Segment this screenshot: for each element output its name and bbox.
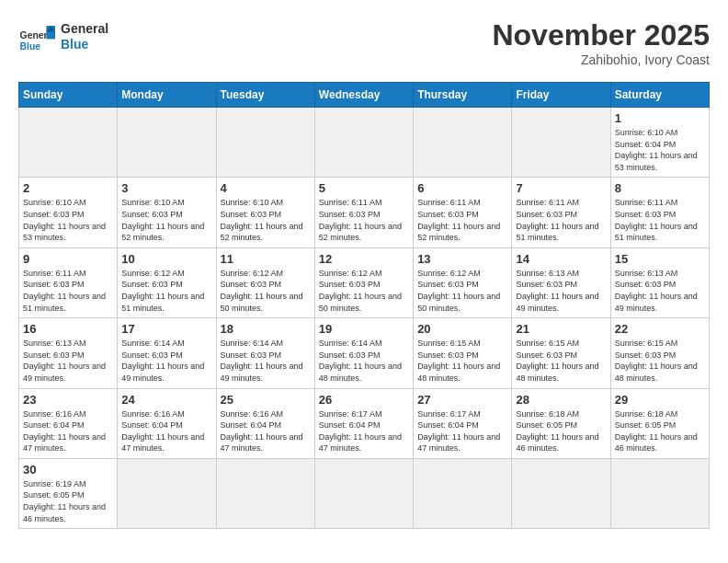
calendar-week-5: 23Sunrise: 6:16 AM Sunset: 6:04 PM Dayli… — [19, 388, 710, 458]
day-info: Sunrise: 6:10 AM Sunset: 6:03 PM Dayligh… — [221, 197, 311, 243]
day-info: Sunrise: 6:13 AM Sunset: 6:03 PM Dayligh… — [615, 268, 705, 314]
calendar-cell: 16Sunrise: 6:13 AM Sunset: 6:03 PM Dayli… — [19, 318, 118, 388]
day-number: 25 — [221, 393, 311, 407]
day-info: Sunrise: 6:13 AM Sunset: 6:03 PM Dayligh… — [516, 268, 606, 314]
calendar-cell: 1Sunrise: 6:10 AM Sunset: 6:04 PM Daylig… — [610, 108, 709, 178]
calendar-cell: 24Sunrise: 6:16 AM Sunset: 6:04 PM Dayli… — [118, 388, 216, 458]
day-number: 4 — [221, 181, 311, 195]
day-number: 20 — [417, 322, 507, 336]
location: Zahibohio, Ivory Coast — [492, 52, 710, 67]
day-number: 29 — [615, 393, 705, 407]
day-number: 13 — [417, 252, 507, 266]
day-header-sunday: Sunday — [19, 83, 118, 108]
calendar-cell — [216, 458, 314, 528]
calendar-cell — [414, 458, 512, 528]
day-number: 10 — [121, 252, 211, 266]
day-info: Sunrise: 6:12 AM Sunset: 6:03 PM Dayligh… — [319, 268, 409, 314]
calendar-cell: 14Sunrise: 6:13 AM Sunset: 6:03 PM Dayli… — [512, 247, 610, 317]
day-number: 14 — [516, 252, 606, 266]
logo-general-text: General — [61, 21, 108, 37]
calendar-cell: 28Sunrise: 6:18 AM Sunset: 6:05 PM Dayli… — [512, 388, 610, 458]
calendar-cell — [19, 108, 118, 178]
day-info: Sunrise: 6:12 AM Sunset: 6:03 PM Dayligh… — [121, 268, 211, 314]
svg-text:Blue: Blue — [20, 41, 41, 52]
day-info: Sunrise: 6:16 AM Sunset: 6:04 PM Dayligh… — [23, 408, 113, 454]
day-header-monday: Monday — [118, 83, 216, 108]
logo-icon: General Blue — [18, 18, 55, 55]
day-number: 6 — [417, 181, 507, 195]
day-number: 26 — [319, 393, 409, 407]
day-info: Sunrise: 6:19 AM Sunset: 6:05 PM Dayligh… — [23, 478, 113, 524]
calendar-week-6: 30Sunrise: 6:19 AM Sunset: 6:05 PM Dayli… — [19, 458, 710, 528]
calendar-cell: 13Sunrise: 6:12 AM Sunset: 6:03 PM Dayli… — [414, 247, 512, 317]
calendar-cell: 2Sunrise: 6:10 AM Sunset: 6:03 PM Daylig… — [19, 178, 118, 247]
day-info: Sunrise: 6:14 AM Sunset: 6:03 PM Dayligh… — [121, 338, 211, 384]
day-number: 1 — [615, 111, 705, 125]
day-number: 3 — [121, 181, 211, 195]
day-info: Sunrise: 6:16 AM Sunset: 6:04 PM Dayligh… — [121, 408, 211, 454]
day-number: 11 — [221, 252, 311, 266]
day-number: 28 — [516, 393, 606, 407]
calendar-cell — [610, 458, 709, 528]
calendar-week-3: 9Sunrise: 6:11 AM Sunset: 6:03 PM Daylig… — [19, 247, 710, 317]
calendar-cell: 30Sunrise: 6:19 AM Sunset: 6:05 PM Dayli… — [19, 458, 118, 528]
day-header-saturday: Saturday — [610, 83, 709, 108]
calendar-cell: 11Sunrise: 6:12 AM Sunset: 6:03 PM Dayli… — [216, 247, 314, 317]
calendar-cell — [118, 108, 216, 178]
day-number: 12 — [319, 252, 409, 266]
day-header-thursday: Thursday — [414, 83, 512, 108]
calendar-cell: 29Sunrise: 6:18 AM Sunset: 6:05 PM Dayli… — [610, 388, 709, 458]
calendar-week-4: 16Sunrise: 6:13 AM Sunset: 6:03 PM Dayli… — [19, 318, 710, 388]
calendar-cell: 23Sunrise: 6:16 AM Sunset: 6:04 PM Dayli… — [19, 388, 118, 458]
calendar-cell — [118, 458, 216, 528]
day-info: Sunrise: 6:11 AM Sunset: 6:03 PM Dayligh… — [615, 197, 705, 243]
calendar-cell: 10Sunrise: 6:12 AM Sunset: 6:03 PM Dayli… — [118, 247, 216, 317]
calendar-cell: 21Sunrise: 6:15 AM Sunset: 6:03 PM Dayli… — [512, 318, 610, 388]
day-info: Sunrise: 6:16 AM Sunset: 6:04 PM Dayligh… — [221, 408, 311, 454]
day-info: Sunrise: 6:11 AM Sunset: 6:03 PM Dayligh… — [516, 197, 606, 243]
day-number: 15 — [615, 252, 705, 266]
calendar-cell: 27Sunrise: 6:17 AM Sunset: 6:04 PM Dayli… — [414, 388, 512, 458]
day-info: Sunrise: 6:17 AM Sunset: 6:04 PM Dayligh… — [319, 408, 409, 454]
day-info: Sunrise: 6:14 AM Sunset: 6:03 PM Dayligh… — [221, 338, 311, 384]
day-number: 16 — [23, 322, 113, 336]
day-header-friday: Friday — [512, 83, 610, 108]
calendar-cell — [314, 458, 413, 528]
calendar-cell — [512, 108, 610, 178]
calendar-week-1: 1Sunrise: 6:10 AM Sunset: 6:04 PM Daylig… — [19, 108, 710, 178]
title-block: November 2025 Zahibohio, Ivory Coast — [492, 18, 710, 67]
day-info: Sunrise: 6:10 AM Sunset: 6:03 PM Dayligh… — [121, 197, 211, 243]
month-title: November 2025 — [492, 18, 710, 52]
day-info: Sunrise: 6:18 AM Sunset: 6:05 PM Dayligh… — [615, 408, 705, 454]
calendar-cell: 22Sunrise: 6:15 AM Sunset: 6:03 PM Dayli… — [610, 318, 709, 388]
day-number: 5 — [319, 181, 409, 195]
day-number: 24 — [121, 393, 211, 407]
day-number: 21 — [516, 322, 606, 336]
calendar-cell: 17Sunrise: 6:14 AM Sunset: 6:03 PM Dayli… — [118, 318, 216, 388]
calendar-cell: 15Sunrise: 6:13 AM Sunset: 6:03 PM Dayli… — [610, 247, 709, 317]
day-header-tuesday: Tuesday — [216, 83, 314, 108]
day-info: Sunrise: 6:10 AM Sunset: 6:03 PM Dayligh… — [23, 197, 113, 243]
logo: General Blue General Blue — [18, 18, 108, 55]
day-number: 18 — [221, 322, 311, 336]
day-info: Sunrise: 6:15 AM Sunset: 6:03 PM Dayligh… — [516, 338, 606, 384]
day-number: 23 — [23, 393, 113, 407]
day-header-wednesday: Wednesday — [314, 83, 413, 108]
calendar-cell: 26Sunrise: 6:17 AM Sunset: 6:04 PM Dayli… — [314, 388, 413, 458]
calendar-cell — [414, 108, 512, 178]
day-info: Sunrise: 6:10 AM Sunset: 6:04 PM Dayligh… — [615, 127, 705, 173]
day-number: 9 — [23, 252, 113, 266]
calendar-cell — [216, 108, 314, 178]
calendar-cell — [512, 458, 610, 528]
day-number: 30 — [23, 463, 113, 477]
calendar-cell: 4Sunrise: 6:10 AM Sunset: 6:03 PM Daylig… — [216, 178, 314, 247]
page-header: General Blue General Blue November 2025 … — [18, 18, 710, 67]
calendar-cell: 25Sunrise: 6:16 AM Sunset: 6:04 PM Dayli… — [216, 388, 314, 458]
day-info: Sunrise: 6:11 AM Sunset: 6:03 PM Dayligh… — [319, 197, 409, 243]
day-info: Sunrise: 6:17 AM Sunset: 6:04 PM Dayligh… — [417, 408, 507, 454]
day-number: 2 — [23, 181, 113, 195]
calendar-cell: 7Sunrise: 6:11 AM Sunset: 6:03 PM Daylig… — [512, 178, 610, 247]
day-number: 8 — [615, 181, 705, 195]
calendar-cell: 8Sunrise: 6:11 AM Sunset: 6:03 PM Daylig… — [610, 178, 709, 247]
calendar-table: SundayMondayTuesdayWednesdayThursdayFrid… — [18, 82, 710, 529]
